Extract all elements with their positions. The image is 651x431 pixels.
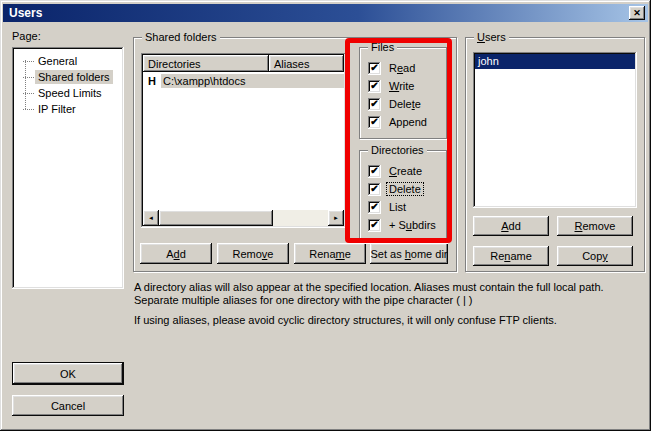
page-item-label-selected: Shared folders (35, 70, 113, 84)
list-checkbox-row[interactable]: ✔ List (368, 198, 446, 216)
horizontal-scrollbar[interactable]: ◄ ► (143, 210, 344, 226)
shared-rename-button[interactable]: Rename (294, 243, 366, 264)
checkbox-checked-icon[interactable]: ✔ (368, 62, 381, 75)
subdirs-checkbox-row[interactable]: ✔ + Subdirs (368, 216, 446, 234)
shared-add-button[interactable]: Add (140, 243, 212, 264)
files-delete-checkbox-label[interactable]: Delete (387, 98, 423, 110)
write-checkbox-label[interactable]: Write (387, 80, 416, 92)
alias-description: A directory alias will also appear at th… (134, 281, 646, 327)
page-item-label: General (35, 54, 80, 68)
scroll-left-button[interactable]: ◄ (143, 210, 159, 226)
home-dir-marker: H (143, 75, 161, 87)
page-item-speed-limits[interactable]: Speed Limits (14, 85, 122, 101)
page-item-label: IP Filter (35, 102, 79, 116)
files-delete-checkbox-row[interactable]: ✔ Delete (368, 95, 446, 113)
subdirs-checkbox-label[interactable]: + Subdirs (387, 219, 438, 231)
check-icon: ✔ (370, 63, 378, 73)
alias-note-2: If using aliases, please avoid cyclic di… (134, 314, 646, 327)
user-name: john (478, 55, 499, 67)
directories-listview[interactable]: Directories Aliases H C:\xampp\htdocs ◄ … (141, 53, 346, 228)
page-item-shared-folders[interactable]: Shared folders (14, 69, 122, 85)
tree-branch-line (25, 60, 26, 109)
users-group-label: Users (474, 30, 509, 44)
check-icon: ✔ (370, 202, 378, 212)
column-header-aliases[interactable]: Aliases (269, 55, 344, 72)
users-remove-button[interactable]: Remove (557, 216, 633, 236)
shared-folders-group: Shared folders Directories Aliases H C:\… (133, 37, 457, 272)
directory-path: C:\xampp\htdocs (161, 74, 344, 88)
scrollbar-thumb[interactable] (159, 210, 273, 226)
scroll-right-icon: ► (333, 215, 339, 221)
users-list[interactable]: john (473, 52, 637, 208)
checkbox-checked-icon[interactable]: ✔ (368, 219, 381, 232)
create-checkbox-row[interactable]: ✔ Create (368, 162, 446, 180)
page-item-general[interactable]: General (14, 53, 122, 69)
ok-button[interactable]: OK (12, 362, 124, 385)
users-copy-button[interactable]: Copy (557, 246, 633, 266)
directories-group-label: Directories (368, 143, 427, 157)
users-group: Users john Add Remove Rename Copy (465, 37, 645, 272)
files-permissions-group: Files ✔ Read ✔ Write ✔ Delete ✔ Append (359, 47, 447, 139)
directory-row[interactable]: H C:\xampp\htdocs (143, 73, 344, 89)
directories-permissions-group: Directories ✔ Create ✔ Delete ✔ List ✔ +… (359, 150, 447, 243)
close-button[interactable]: ✕ (629, 6, 645, 20)
shared-remove-button[interactable]: Remove (217, 243, 289, 264)
append-checkbox-row[interactable]: ✔ Append (368, 113, 446, 131)
checkbox-checked-icon[interactable]: ✔ (368, 98, 381, 111)
window-title: Users (9, 6, 42, 20)
column-header-directories[interactable]: Directories (143, 55, 269, 72)
write-checkbox-row[interactable]: ✔ Write (368, 77, 446, 95)
list-checkbox-label[interactable]: List (387, 201, 408, 213)
check-icon: ✔ (370, 220, 378, 230)
users-add-button[interactable]: Add (473, 216, 549, 236)
append-checkbox-label[interactable]: Append (387, 116, 429, 128)
scroll-left-icon: ◄ (148, 215, 154, 221)
check-icon: ✔ (370, 117, 378, 127)
files-group-label: Files (368, 40, 397, 54)
checkbox-checked-icon[interactable]: ✔ (368, 80, 381, 93)
listview-body: H C:\xampp\htdocs (143, 72, 344, 210)
page-label: Page: (12, 30, 41, 42)
checkbox-checked-icon[interactable]: ✔ (368, 116, 381, 129)
scrollbar-track[interactable] (273, 210, 328, 226)
users-rename-button[interactable]: Rename (473, 246, 549, 266)
title-bar[interactable]: Users ✕ (3, 4, 648, 22)
shared-folders-group-label: Shared folders (142, 30, 220, 44)
dirs-delete-checkbox-label[interactable]: Delete (387, 183, 423, 195)
checkbox-checked-icon[interactable]: ✔ (368, 183, 381, 196)
set-as-home-dir-button[interactable]: Set as home dir (370, 243, 448, 264)
check-icon: ✔ (370, 184, 378, 194)
page-item-label: Speed Limits (35, 86, 105, 100)
close-icon: ✕ (633, 9, 641, 18)
page-list[interactable]: General Shared folders Speed Limits IP F… (12, 47, 124, 289)
listview-header: Directories Aliases (143, 55, 344, 72)
user-row-john[interactable]: john (475, 54, 635, 69)
page-item-ip-filter[interactable]: IP Filter (14, 101, 122, 117)
checkbox-checked-icon[interactable]: ✔ (368, 165, 381, 178)
read-checkbox-row[interactable]: ✔ Read (368, 59, 446, 77)
check-icon: ✔ (370, 166, 378, 176)
check-icon: ✔ (370, 81, 378, 91)
checkbox-checked-icon[interactable]: ✔ (368, 201, 381, 214)
scroll-right-button[interactable]: ► (328, 210, 344, 226)
create-checkbox-label[interactable]: Create (387, 165, 424, 177)
users-dialog: Users ✕ Page: General Shared folders Spe… (0, 0, 651, 431)
alias-note-1: A directory alias will also appear at th… (134, 281, 646, 307)
check-icon: ✔ (370, 99, 378, 109)
read-checkbox-label[interactable]: Read (387, 62, 417, 74)
dirs-delete-checkbox-row[interactable]: ✔ Delete (368, 180, 446, 198)
cancel-button[interactable]: Cancel (12, 395, 124, 416)
